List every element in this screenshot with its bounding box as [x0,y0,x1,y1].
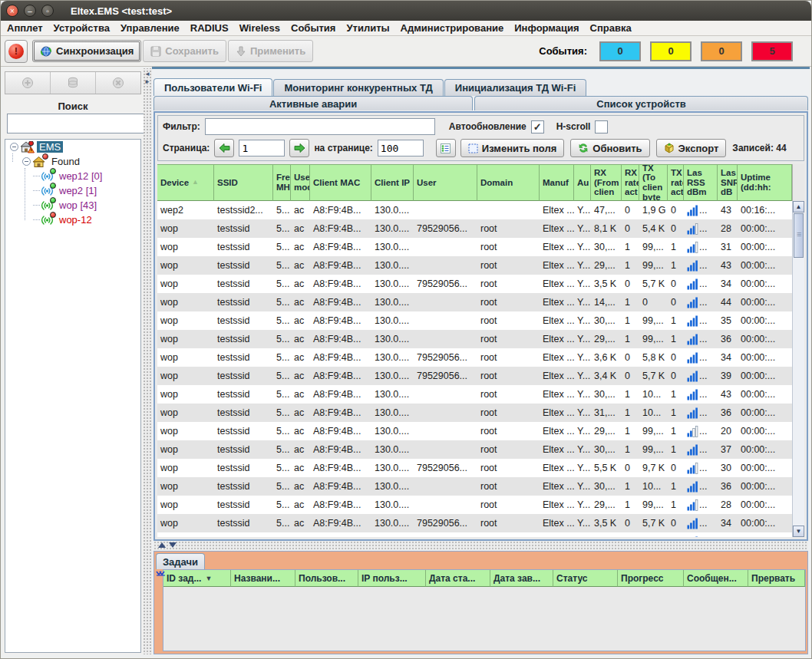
delete-device-button[interactable] [96,72,140,94]
tab-Список устройств[interactable]: Список устройств [474,96,808,110]
refresh-button[interactable]: Обновить [570,139,649,157]
splitter-expand-up-icon[interactable] [158,542,166,548]
table-row[interactable]: woptestssid5...acA8:F9:4B...130.0....roo… [157,440,792,459]
menu-item-Wireless[interactable]: Wireless [239,22,280,34]
task-column-header-Прогресс[interactable]: Прогресс [618,570,684,587]
menu-item-Утилиты[interactable]: Утилиты [346,22,389,34]
column-header-Device[interactable]: Device▲ [157,164,214,201]
export-button[interactable]: Экспорт [656,139,727,157]
event-counter-minor[interactable]: 0 [701,41,742,61]
splitter-collapse-right-icon[interactable]: ► [144,79,150,85]
table-row[interactable]: woptestssid5...acA8:F9:4B...130.0....795… [157,348,792,367]
hscroll-checkbox[interactable] [595,120,608,133]
table-row[interactable]: woptestssid5...acA8:F9:4B...130.0....795… [157,367,792,385]
table-row[interactable]: woptestssid5...acA8:F9:4B...130.0....roo… [157,238,792,256]
vertical-scrollbar[interactable]: ▲ ▼ [792,201,804,537]
alarm-button[interactable]: ! [5,40,28,63]
tree-item-wop-43-[interactable]: wop [43] [5,198,140,213]
add-device-button[interactable] [5,72,51,94]
column-header-Uptime (dd:hh:[interactable]: Uptime (dd:hh: [738,164,792,201]
table-row[interactable]: wep2testssid2...5...acA8:F9:4B...130.0..… [157,201,792,219]
column-header-Las SNR dB[interactable]: Las SNR dB [718,164,738,201]
database-button[interactable] [51,72,96,94]
table-row[interactable]: woptestssid5...acA8:F9:4B...130.0....roo… [157,477,792,496]
event-counter-critical[interactable]: 5 [751,41,793,61]
table-row[interactable]: woptestssid5...acA8:F9:4B...130.0....roo… [157,496,792,514]
search-input[interactable] [7,114,150,133]
task-column-header-ID зад...[interactable]: ID зад...▼ [163,570,231,587]
table-row[interactable]: woptestssid5...acA8:F9:4B...130.0....795… [157,514,792,532]
column-header-TX rate act[interactable]: TX rate act [668,164,684,201]
column-header-Manuf[interactable]: Manuf [540,164,574,201]
scroll-up-icon[interactable]: ▲ [793,201,804,213]
task-column-header-Дата ста...[interactable]: Дата ста... [426,570,490,587]
column-header-Client IP[interactable]: Client IP [371,164,414,201]
table-row[interactable]: woptestssid5...acA8:F9:4B...130.0....roo… [157,311,792,330]
column-header-User[interactable]: User [414,164,477,201]
column-header-SSID[interactable]: SSID [214,164,273,201]
menu-item-Устройства[interactable]: Устройства [54,22,110,34]
table-row[interactable]: woptestssid5...acA8:F9:4B...130.0....roo… [157,404,792,422]
page-input[interactable] [239,140,285,157]
event-counter-info[interactable]: 0 [599,41,641,61]
event-counter-warning[interactable]: 0 [650,41,692,61]
table-row[interactable]: woptestssid5...acA8:F9:4B...130.0....roo… [157,422,792,440]
scroll-down-icon[interactable]: ▼ [793,526,804,537]
apply-button[interactable]: Применить [228,40,313,62]
edit-fields-button[interactable]: Изменить поля [460,139,564,157]
task-column-header-Пользов...[interactable]: Пользов... [295,570,358,587]
sync-button[interactable]: Синхронизация [32,40,141,62]
minimize-icon[interactable]: – [24,5,36,17]
column-header-Domain[interactable]: Domain [477,164,540,201]
menu-item-Администрирование[interactable]: Администрирование [401,22,504,34]
horizontal-splitter[interactable] [153,541,808,551]
tree-expand-handle[interactable] [22,157,31,166]
column-header-Las RSS dBm[interactable]: Las RSS dBm [684,164,718,201]
tab-tasks[interactable]: Задачи [156,553,205,569]
tree-item-wep2-1-[interactable]: wep2 [1] [5,183,140,198]
column-header-RX (From clien[interactable]: RX (From clien [591,164,622,201]
scrollbar-thumb[interactable] [794,213,804,258]
column-header-Fre MH[interactable]: Fre MH [273,164,291,201]
task-column-header-IP польз...[interactable]: IP польз... [358,570,426,587]
column-header-Client MAC[interactable]: Client MAC [310,164,371,201]
tree-item-wop-12[interactable]: wop-12 [5,213,140,227]
task-column-header-Названи...[interactable]: Названи... [231,570,295,587]
table-row[interactable]: woptestssid5...acA8:F9:4B...130.0....795… [157,532,792,537]
table-row[interactable]: woptestssid5...acA8:F9:4B...130.0....795… [157,275,792,293]
tree-item-EMS[interactable]: EMS [5,140,140,154]
tab-Мониторинг конкурентных ТД[interactable]: Мониторинг конкурентных ТД [273,79,443,96]
prev-page-button[interactable] [214,139,234,157]
splitter-collapse-left-icon[interactable]: ◄ [144,71,150,77]
task-column-header-Статус[interactable]: Статус [553,570,618,587]
maximize-icon[interactable]: ▫ [41,5,54,17]
per-page-input[interactable] [378,140,424,157]
menu-item-Управление[interactable]: Управление [120,22,180,34]
menu-item-Информация[interactable]: Информация [514,22,579,34]
filter-input[interactable] [205,118,435,135]
table-row[interactable]: woptestssid5...acA8:F9:4B...130.0....roo… [157,256,792,275]
column-header-User mod[interactable]: User mod [291,164,310,201]
menu-item-Апплет[interactable]: Апплет [7,22,43,34]
tab-Активные аварии[interactable]: Активные аварии [153,96,473,110]
save-button[interactable]: Сохранить [143,40,226,62]
task-column-header-Дата зав...[interactable]: Дата зав... [490,570,553,587]
tree-expand-handle[interactable] [10,143,18,151]
tasks-collapse-icon[interactable] [156,570,166,580]
table-row[interactable]: woptestssid5...acA8:F9:4B...130.0....795… [157,219,792,238]
table-row[interactable]: woptestssid5...acA8:F9:4B...130.0....roo… [157,385,792,404]
table-row[interactable]: woptestssid5...acA8:F9:4B...130.0....roo… [157,293,792,311]
splitter-expand-down-icon[interactable] [169,542,177,548]
task-column-header-Прервать[interactable]: Прервать [748,570,805,587]
column-header-Au[interactable]: Au [574,164,591,201]
task-column-header-Сообщен...[interactable]: Сообщен... [684,570,748,587]
tab-Пользователи Wi-Fi[interactable]: Пользователи Wi-Fi [153,78,272,96]
menu-item-События[interactable]: События [291,22,335,34]
column-list-button[interactable] [436,139,456,157]
menu-item-RADIUS[interactable]: RADIUS [190,22,229,34]
menu-item-Справка[interactable]: Справка [590,22,632,34]
tree-item-wep12-0-[interactable]: wep12 [0] [5,169,140,183]
tab-Инициализация ТД Wi-Fi[interactable]: Инициализация ТД Wi-Fi [444,79,587,96]
table-row[interactable]: woptestssid5...acA8:F9:4B...130.0....795… [157,459,792,477]
vertical-splitter[interactable]: ◄ ► [144,68,152,654]
